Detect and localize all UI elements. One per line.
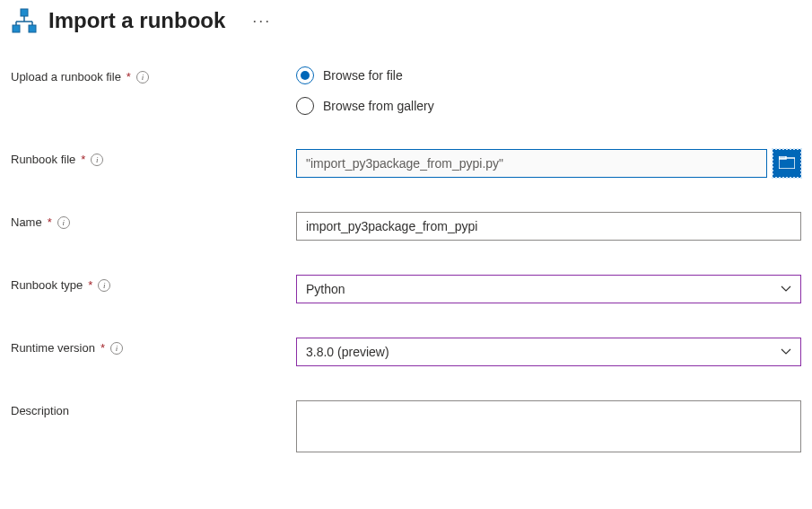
label-description: Description bbox=[11, 400, 296, 417]
row-runbook-type: Runbook type * i Python bbox=[11, 275, 801, 303]
info-icon[interactable]: i bbox=[57, 216, 70, 229]
info-icon[interactable]: i bbox=[136, 71, 149, 83]
browse-file-button[interactable] bbox=[773, 149, 801, 178]
radio-label: Browse from gallery bbox=[323, 99, 434, 113]
control-description bbox=[296, 400, 801, 455]
label-upload-source: Upload a runbook file * i bbox=[11, 66, 296, 83]
chevron-down-icon bbox=[781, 284, 791, 294]
required-marker: * bbox=[48, 215, 52, 229]
runtime-version-select[interactable]: 3.8.0 (preview) bbox=[296, 338, 801, 366]
runbook-file-picker bbox=[296, 149, 801, 178]
folder-icon bbox=[779, 156, 795, 171]
radio-indicator bbox=[296, 97, 314, 115]
runbook-hierarchy-icon bbox=[11, 7, 38, 34]
label-text: Runbook type bbox=[11, 278, 83, 292]
label-text: Runtime version bbox=[11, 341, 95, 355]
svg-rect-6 bbox=[29, 25, 36, 32]
control-name bbox=[296, 212, 801, 241]
required-marker: * bbox=[81, 153, 85, 166]
label-text: Name bbox=[11, 215, 42, 229]
label-text: Description bbox=[11, 404, 69, 417]
control-runtime-version: 3.8.0 (preview) bbox=[296, 338, 801, 366]
page-header: Import a runbook ··· bbox=[11, 7, 801, 34]
label-runbook-file: Runbook file * i bbox=[11, 149, 296, 166]
runbook-type-select[interactable]: Python bbox=[296, 275, 801, 303]
import-runbook-page: Import a runbook ··· Upload a runbook fi… bbox=[0, 0, 812, 496]
select-value: Python bbox=[306, 282, 345, 296]
svg-rect-5 bbox=[13, 25, 20, 32]
page-title: Import a runbook bbox=[48, 8, 225, 33]
label-runtime-version: Runtime version * i bbox=[11, 338, 296, 355]
row-name: Name * i bbox=[11, 212, 801, 241]
control-runbook-type: Python bbox=[296, 275, 801, 303]
row-runbook-file: Runbook file * i bbox=[11, 149, 801, 178]
label-name: Name * i bbox=[11, 212, 296, 229]
name-input[interactable] bbox=[296, 212, 801, 241]
label-text: Upload a runbook file bbox=[11, 70, 121, 83]
description-textarea[interactable] bbox=[296, 400, 801, 452]
info-icon[interactable]: i bbox=[98, 279, 110, 292]
runbook-file-input[interactable] bbox=[296, 149, 767, 178]
svg-rect-7 bbox=[779, 158, 795, 169]
required-marker: * bbox=[100, 341, 105, 355]
radio-browse-for-file[interactable]: Browse for file bbox=[296, 66, 801, 84]
select-value: 3.8.0 (preview) bbox=[306, 345, 389, 359]
row-upload-source: Upload a runbook file * i Browse for fil… bbox=[11, 66, 801, 115]
label-text: Runbook file bbox=[11, 153, 75, 166]
info-icon[interactable]: i bbox=[91, 154, 103, 166]
required-marker: * bbox=[88, 278, 92, 292]
label-runbook-type: Runbook type * i bbox=[11, 275, 296, 292]
upload-source-radio-group: Browse for file Browse from gallery bbox=[296, 66, 801, 115]
radio-browse-from-gallery[interactable]: Browse from gallery bbox=[296, 97, 801, 115]
radio-label: Browse for file bbox=[323, 68, 403, 83]
more-actions-button[interactable]: ··· bbox=[245, 12, 278, 31]
required-marker: * bbox=[127, 70, 131, 83]
svg-rect-0 bbox=[21, 9, 28, 16]
chevron-down-icon bbox=[781, 347, 791, 357]
row-runtime-version: Runtime version * i 3.8.0 (preview) bbox=[11, 338, 801, 366]
info-icon[interactable]: i bbox=[110, 342, 123, 355]
radio-indicator bbox=[296, 66, 314, 84]
row-description: Description bbox=[11, 400, 801, 455]
